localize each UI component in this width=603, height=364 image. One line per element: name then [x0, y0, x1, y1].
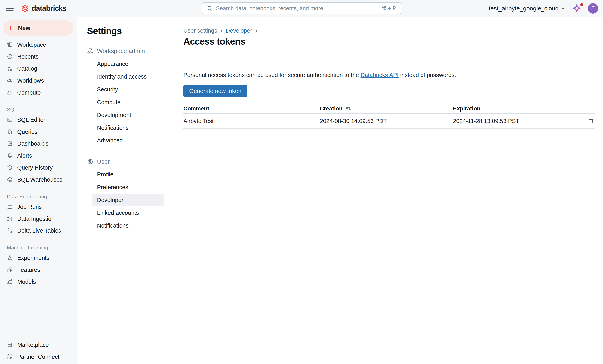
settings-item-security[interactable]: Security: [92, 83, 164, 96]
sidebar-item-label: Marketplace: [17, 342, 49, 348]
settings-item-compute[interactable]: Compute: [92, 96, 164, 109]
dashboards-grid-icon: [7, 141, 13, 147]
trash-icon: [588, 117, 595, 124]
token-creation-cell: 2024-08-30 14:09:53 PDT: [320, 118, 453, 124]
column-header-creation-label: Creation: [320, 105, 343, 112]
breadcrumb-separator-icon: ›: [255, 27, 257, 34]
sidebar-item-label: Compute: [17, 89, 41, 96]
topbar: databricks ⌘ + P test_airbyte_google_clo…: [0, 0, 603, 17]
chevron-down-icon: [561, 6, 566, 11]
sidebar-item-recents[interactable]: Recents: [0, 51, 77, 63]
settings-item-linked-accounts[interactable]: Linked accounts: [92, 206, 164, 219]
description-text: Personal access tokens can be used for s…: [184, 72, 595, 79]
query-file-icon: [7, 129, 13, 135]
org-chart-icon: [87, 48, 93, 54]
description-suffix: instead of passwords.: [399, 72, 456, 78]
settings-item-notifications[interactable]: Notifications: [92, 121, 164, 134]
settings-group-workspace-admin: Workspace admin: [87, 47, 174, 55]
sidebar-item-label: Delta Live Tables: [17, 228, 61, 234]
sidebar-item-experiments[interactable]: Experiments: [0, 252, 77, 264]
sql-editor-icon: [7, 117, 13, 123]
history-clock-icon: [7, 165, 13, 171]
ingestion-icon: [7, 216, 13, 222]
settings-item-preferences[interactable]: Preferences: [92, 181, 164, 193]
hamburger-menu-button[interactable]: [6, 5, 13, 12]
sidebar-section-data-engineering: Data Engineering: [0, 192, 77, 201]
sidebar-item-partner-connect[interactable]: Partner Connect: [0, 351, 77, 363]
sidebar-item-label: Data Ingestion: [17, 216, 55, 222]
user-avatar[interactable]: E: [588, 3, 598, 13]
description-prefix: Personal access tokens can be used for s…: [184, 72, 361, 78]
column-header-comment: Comment: [184, 105, 320, 112]
pipeline-icon: [7, 228, 13, 234]
sidebar-item-catalog[interactable]: Catalog: [0, 63, 77, 75]
generate-new-token-button[interactable]: Generate new token: [184, 85, 247, 97]
assistant-sparkle-icon[interactable]: [572, 4, 581, 13]
main-content: User settings › Developer › Access token…: [174, 17, 603, 364]
sidebar-item-compute[interactable]: Compute: [0, 87, 77, 99]
storefront-icon: [7, 342, 13, 348]
sidebar-item-features[interactable]: Features: [0, 264, 77, 276]
sidebar-item-queries[interactable]: Queries: [0, 126, 77, 138]
sidebar-item-workflows[interactable]: Workflows: [0, 75, 77, 87]
databricks-logo-icon: [21, 4, 29, 12]
databricks-logo-text: databricks: [32, 4, 67, 12]
sidebar-item-job-runs[interactable]: Job Runs: [0, 201, 77, 213]
settings-item-development[interactable]: Development: [92, 109, 164, 121]
column-header-expiration: Expiration: [453, 105, 584, 112]
sidebar-section-machine-learning: Machine Learning: [0, 243, 77, 252]
delete-token-button[interactable]: [588, 117, 595, 124]
checklist-icon: [7, 204, 13, 210]
settings-item-advanced[interactable]: Advanced: [92, 134, 164, 147]
page-title: Access tokens: [184, 36, 595, 47]
sidebar-item-label: Recents: [17, 54, 38, 60]
column-header-creation[interactable]: Creation: [320, 105, 453, 112]
global-search: ⌘ + P: [202, 2, 401, 14]
avatar-initial: E: [591, 5, 595, 11]
sidebar-item-delta-live-tables[interactable]: Delta Live Tables: [0, 225, 77, 237]
new-button[interactable]: New: [3, 20, 73, 35]
flask-icon: [7, 255, 13, 261]
sidebar-item-alerts[interactable]: Alerts: [0, 150, 77, 162]
plus-icon: [8, 25, 13, 31]
databricks-logo[interactable]: databricks: [21, 4, 67, 12]
sidebar-item-dashboards[interactable]: Dashboards: [0, 138, 77, 150]
sidebar-item-sql-warehouses[interactable]: SQL Warehouses: [0, 174, 77, 186]
token-expiration-cell: 2024-11-28 13:09:53 PST: [453, 118, 584, 124]
settings-item-identity-and-access[interactable]: Identity and access: [92, 70, 164, 83]
settings-nav: Settings Workspace admin Appearance Iden…: [78, 17, 174, 364]
sidebar-item-workspace[interactable]: Workspace: [0, 39, 77, 51]
sidebar-item-sql-editor[interactable]: SQL Editor: [0, 114, 77, 126]
settings-item-profile[interactable]: Profile: [92, 168, 164, 181]
settings-item-appearance[interactable]: Appearance: [92, 57, 164, 70]
search-input[interactable]: [216, 5, 378, 11]
workspace-selector[interactable]: test_airbyte_google_cloud: [489, 5, 566, 12]
settings-group-label: Workspace admin: [97, 48, 145, 55]
sidebar-spacer: [0, 288, 77, 339]
search-icon: [207, 5, 213, 11]
clock-icon: [7, 54, 13, 60]
sidebar-item-label: Queries: [17, 128, 37, 135]
stacked-squares-icon: [7, 267, 13, 273]
settings-item-developer[interactable]: Developer: [92, 193, 164, 206]
databricks-api-link[interactable]: Databricks API: [361, 72, 399, 78]
settings-item-user-notifications[interactable]: Notifications: [92, 219, 164, 232]
breadcrumb-separator-icon: ›: [220, 27, 222, 34]
new-button-label: New: [18, 24, 30, 31]
breadcrumb-developer[interactable]: Developer: [226, 27, 252, 34]
breadcrumb-user-settings[interactable]: User settings: [184, 27, 217, 34]
sidebar-item-models[interactable]: Models: [0, 276, 77, 288]
sidebar-item-label: Query History: [17, 164, 53, 171]
settings-group-user: User: [87, 158, 174, 166]
partner-shapes-icon: [7, 354, 13, 360]
sidebar-item-data-ingestion[interactable]: Data Ingestion: [0, 213, 77, 225]
sort-descending-icon: [345, 106, 351, 112]
catalog-shapes-icon: [7, 66, 13, 72]
sidebar-item-query-history[interactable]: Query History: [0, 162, 77, 174]
bell-icon: [7, 153, 13, 159]
sidebar-item-marketplace[interactable]: Marketplace: [0, 339, 77, 351]
sidebar-item-label: Experiments: [17, 255, 49, 261]
cloud-icon: [7, 90, 13, 96]
tokens-table: Comment Creation Expiration Airbyte Test: [184, 104, 595, 129]
sidebar-item-label: Workspace: [17, 42, 46, 48]
